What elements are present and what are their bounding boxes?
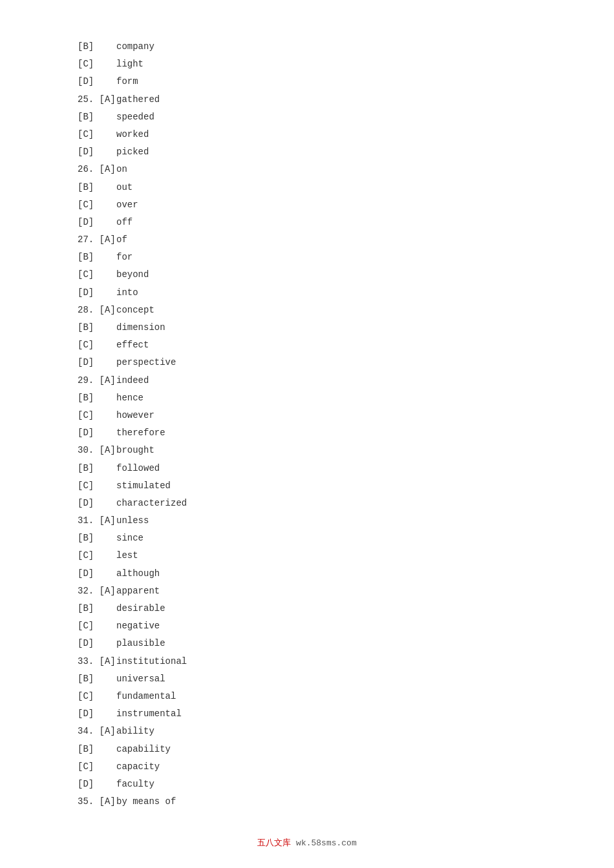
item-text: dimension bbox=[116, 320, 165, 336]
list-item: 27. [A]of bbox=[78, 232, 536, 248]
item-label: [B] bbox=[78, 390, 116, 406]
list-item: [D]instrumental bbox=[78, 706, 536, 722]
item-label: 30. [A] bbox=[78, 442, 116, 459]
item-text: company bbox=[116, 39, 154, 55]
item-text: off bbox=[116, 214, 132, 231]
item-text: indeed bbox=[116, 373, 149, 389]
item-label: 29. [A] bbox=[78, 373, 116, 389]
list-item: [B]out bbox=[78, 180, 536, 196]
item-text: plausible bbox=[116, 636, 165, 652]
item-text: institutional bbox=[116, 654, 187, 670]
item-label: [C] bbox=[78, 197, 116, 213]
item-label: [B] bbox=[78, 180, 116, 196]
list-item: 31. [A]unless bbox=[78, 513, 536, 529]
list-item: [D]characterized bbox=[78, 495, 536, 512]
item-label: [B] bbox=[78, 741, 116, 758]
list-item: [C]worked bbox=[78, 127, 536, 143]
item-text: desirable bbox=[116, 601, 165, 617]
item-label: [C] bbox=[78, 548, 116, 564]
item-text: however bbox=[116, 408, 154, 424]
item-text: on bbox=[116, 161, 127, 178]
list-item: [B]universal bbox=[78, 671, 536, 687]
item-label: 35. [A] bbox=[78, 794, 116, 810]
item-text: effect bbox=[116, 337, 149, 353]
item-text: of bbox=[116, 232, 127, 248]
item-label: [D] bbox=[78, 776, 116, 792]
item-label: [C] bbox=[78, 618, 116, 634]
item-text: followed bbox=[116, 460, 160, 477]
item-label: [B] bbox=[78, 601, 116, 617]
brand-url: wk.58sms.com bbox=[296, 838, 357, 848]
list-item: [B]since bbox=[78, 530, 536, 546]
item-label: [B] bbox=[78, 460, 116, 477]
item-label: 25. [A] bbox=[78, 92, 116, 108]
list-item: [C]light bbox=[78, 56, 536, 72]
item-text: brought bbox=[116, 442, 154, 459]
item-label: [B] bbox=[78, 39, 116, 55]
list-item: [D]picked bbox=[78, 144, 536, 160]
item-text: lest bbox=[116, 548, 138, 564]
item-text: for bbox=[116, 249, 132, 265]
list-item: [B]for bbox=[78, 249, 536, 265]
list-item: [C]negative bbox=[78, 618, 536, 634]
item-label: [D] bbox=[78, 214, 116, 231]
list-item: [C]effect bbox=[78, 337, 536, 353]
list-item: 29. [A]indeed bbox=[78, 373, 536, 389]
list-item: 35. [A]by means of bbox=[78, 794, 536, 810]
item-text: picked bbox=[116, 144, 149, 160]
item-label: [B] bbox=[78, 530, 116, 546]
list-item: 34. [A]ability bbox=[78, 723, 536, 739]
item-label: [B] bbox=[78, 109, 116, 125]
item-text: gathered bbox=[116, 92, 160, 108]
item-label: 33. [A] bbox=[78, 654, 116, 670]
list-item: 30. [A]brought bbox=[78, 442, 536, 459]
list-item: [C]lest bbox=[78, 548, 536, 564]
list-item: [B]company bbox=[78, 39, 536, 55]
item-label: [B] bbox=[78, 671, 116, 687]
list-item: [B]followed bbox=[78, 460, 536, 477]
item-text: characterized bbox=[116, 495, 187, 512]
list-item: [B]capability bbox=[78, 741, 536, 758]
item-text: beyond bbox=[116, 267, 149, 283]
item-text: unless bbox=[116, 513, 149, 529]
item-label: [D] bbox=[78, 566, 116, 582]
item-label: 28. [A] bbox=[78, 302, 116, 318]
item-text: worked bbox=[116, 127, 149, 143]
list-item: [D]off bbox=[78, 214, 536, 231]
list-item: [D]perspective bbox=[78, 355, 536, 371]
list-item: 25. [A]gathered bbox=[78, 92, 536, 108]
item-text: out bbox=[116, 180, 132, 196]
item-text: form bbox=[116, 74, 138, 90]
list-item: [D]faculty bbox=[78, 776, 536, 792]
item-label: [C] bbox=[78, 688, 116, 705]
item-label: [D] bbox=[78, 144, 116, 160]
item-text: therefore bbox=[116, 425, 165, 441]
list-item: [D]although bbox=[78, 566, 536, 582]
list-item: [D]therefore bbox=[78, 425, 536, 441]
list-item: [D]into bbox=[78, 285, 536, 301]
item-label: [D] bbox=[78, 636, 116, 652]
item-label: [D] bbox=[78, 495, 116, 512]
item-label: [C] bbox=[78, 408, 116, 424]
item-label: [C] bbox=[78, 56, 116, 72]
item-label: 26. [A] bbox=[78, 161, 116, 178]
footer-text: 五八文库 wk.58sms.com bbox=[257, 838, 356, 848]
item-text: stimulated bbox=[116, 478, 171, 494]
item-label: [B] bbox=[78, 320, 116, 336]
brand-text: 五八文库 bbox=[257, 838, 291, 848]
list-item: [D]form bbox=[78, 74, 536, 90]
item-label: [C] bbox=[78, 478, 116, 494]
list-item: [B]desirable bbox=[78, 601, 536, 617]
item-label: [C] bbox=[78, 127, 116, 143]
item-label: 34. [A] bbox=[78, 723, 116, 739]
list-item: [C]beyond bbox=[78, 267, 536, 283]
item-label: [C] bbox=[78, 759, 116, 775]
item-text: ability bbox=[116, 723, 154, 739]
list-item: 26. [A]on bbox=[78, 161, 536, 178]
list-item: [B]dimension bbox=[78, 320, 536, 336]
item-label: [B] bbox=[78, 249, 116, 265]
item-text: capability bbox=[116, 741, 171, 758]
item-text: capacity bbox=[116, 759, 160, 775]
list-item: [B]speeded bbox=[78, 109, 536, 125]
item-text: negative bbox=[116, 618, 160, 634]
